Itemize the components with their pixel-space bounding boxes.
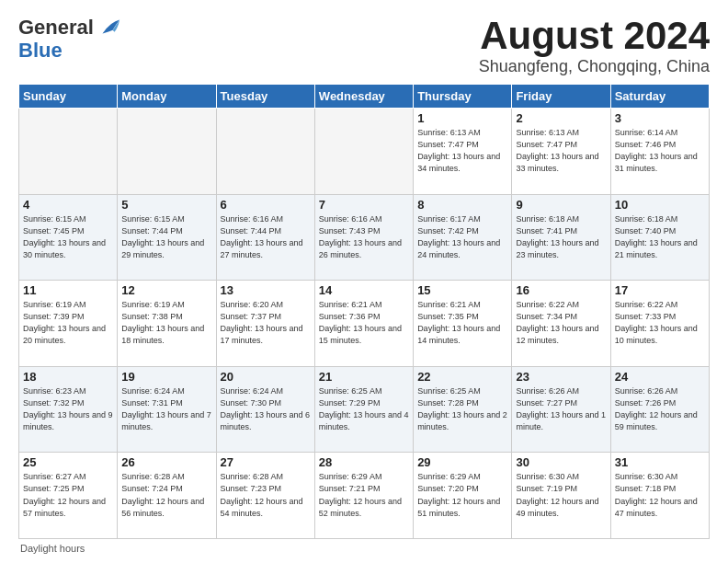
calendar-cell: 25 Sunrise: 6:27 AMSunset: 7:25 PMDaylig… (19, 453, 118, 539)
day-info: Sunrise: 6:13 AMSunset: 7:47 PMDaylight:… (516, 128, 598, 173)
day-info: Sunrise: 6:25 AMSunset: 7:28 PMDaylight:… (417, 386, 507, 431)
calendar-cell: 20 Sunrise: 6:24 AMSunset: 7:30 PMDaylig… (216, 366, 314, 453)
day-info: Sunrise: 6:15 AMSunset: 7:44 PMDaylight:… (121, 214, 204, 259)
day-number: 24 (615, 370, 705, 384)
calendar-cell: 18 Sunrise: 6:23 AMSunset: 7:32 PMDaylig… (19, 366, 118, 453)
logo-bird-icon (96, 15, 121, 40)
day-info: Sunrise: 6:13 AMSunset: 7:47 PMDaylight:… (417, 128, 500, 173)
weekday-header-saturday: Saturday (610, 85, 709, 109)
calendar-cell: 23 Sunrise: 6:26 AMSunset: 7:27 PMDaylig… (512, 366, 610, 453)
day-number: 8 (417, 198, 507, 212)
calendar-cell: 6 Sunrise: 6:16 AMSunset: 7:44 PMDayligh… (216, 194, 314, 281)
calendar-week-5: 25 Sunrise: 6:27 AMSunset: 7:25 PMDaylig… (19, 453, 710, 539)
day-number: 20 (221, 370, 311, 384)
calendar-cell: 31 Sunrise: 6:30 AMSunset: 7:18 PMDaylig… (610, 453, 709, 539)
day-number: 5 (121, 198, 211, 212)
page: General Blue August 2024 Shuangfeng, Cho… (0, 0, 728, 563)
calendar-cell: 28 Sunrise: 6:29 AMSunset: 7:21 PMDaylig… (314, 453, 413, 539)
day-number: 31 (615, 455, 705, 469)
logo: General Blue (18, 15, 121, 61)
calendar-cell: 15 Sunrise: 6:21 AMSunset: 7:35 PMDaylig… (414, 281, 512, 367)
calendar-cell: 3 Sunrise: 6:14 AMSunset: 7:46 PMDayligh… (610, 109, 709, 195)
day-info: Sunrise: 6:21 AMSunset: 7:35 PMDaylight:… (417, 300, 500, 345)
day-number: 12 (121, 283, 211, 297)
day-info: Sunrise: 6:22 AMSunset: 7:33 PMDaylight:… (615, 300, 698, 345)
weekday-header-wednesday: Wednesday (314, 85, 413, 109)
day-number: 14 (319, 283, 409, 297)
day-info: Sunrise: 6:24 AMSunset: 7:30 PMDaylight:… (221, 386, 311, 431)
day-number: 3 (615, 111, 705, 125)
day-number: 7 (319, 198, 409, 212)
weekday-header-thursday: Thursday (414, 85, 512, 109)
day-number: 11 (23, 283, 113, 297)
day-info: Sunrise: 6:17 AMSunset: 7:42 PMDaylight:… (417, 214, 500, 259)
day-number: 25 (23, 455, 113, 469)
logo-general-text: General (18, 17, 94, 38)
calendar-week-3: 11 Sunrise: 6:19 AMSunset: 7:39 PMDaylig… (19, 281, 710, 367)
day-number: 13 (221, 283, 311, 297)
day-info: Sunrise: 6:24 AMSunset: 7:31 PMDaylight:… (121, 386, 211, 431)
day-info: Sunrise: 6:16 AMSunset: 7:44 PMDaylight:… (221, 214, 303, 259)
calendar-cell: 29 Sunrise: 6:29 AMSunset: 7:20 PMDaylig… (414, 453, 512, 539)
calendar-cell: 27 Sunrise: 6:28 AMSunset: 7:23 PMDaylig… (216, 453, 314, 539)
day-number: 10 (615, 198, 705, 212)
location-title: Shuangfeng, Chongqing, China (479, 57, 710, 76)
day-number: 6 (221, 198, 311, 212)
day-info: Sunrise: 6:20 AMSunset: 7:37 PMDaylight:… (221, 300, 303, 345)
day-number: 19 (121, 370, 211, 384)
day-number: 4 (23, 198, 113, 212)
day-info: Sunrise: 6:25 AMSunset: 7:29 PMDaylight:… (319, 386, 409, 431)
calendar-week-2: 4 Sunrise: 6:15 AMSunset: 7:45 PMDayligh… (19, 194, 710, 281)
day-info: Sunrise: 6:19 AMSunset: 7:38 PMDaylight:… (121, 300, 204, 345)
calendar-cell (314, 109, 413, 195)
day-info: Sunrise: 6:16 AMSunset: 7:43 PMDaylight:… (319, 214, 402, 259)
day-number: 22 (417, 370, 507, 384)
day-info: Sunrise: 6:18 AMSunset: 7:40 PMDaylight:… (615, 214, 698, 259)
calendar-cell: 17 Sunrise: 6:22 AMSunset: 7:33 PMDaylig… (610, 281, 709, 367)
day-number: 29 (417, 455, 507, 469)
logo-blue-text: Blue (18, 39, 63, 62)
calendar-cell: 16 Sunrise: 6:22 AMSunset: 7:34 PMDaylig… (512, 281, 610, 367)
calendar-cell: 12 Sunrise: 6:19 AMSunset: 7:38 PMDaylig… (118, 281, 216, 367)
day-info: Sunrise: 6:28 AMSunset: 7:24 PMDaylight:… (121, 472, 204, 517)
header: General Blue August 2024 Shuangfeng, Cho… (18, 15, 710, 76)
day-info: Sunrise: 6:14 AMSunset: 7:46 PMDaylight:… (615, 128, 698, 173)
calendar-cell: 14 Sunrise: 6:21 AMSunset: 7:36 PMDaylig… (314, 281, 413, 367)
title-block: August 2024 Shuangfeng, Chongqing, China (479, 15, 710, 76)
calendar-cell: 30 Sunrise: 6:30 AMSunset: 7:19 PMDaylig… (512, 453, 610, 539)
day-info: Sunrise: 6:21 AMSunset: 7:36 PMDaylight:… (319, 300, 402, 345)
calendar-cell: 8 Sunrise: 6:17 AMSunset: 7:42 PMDayligh… (414, 194, 512, 281)
day-number: 27 (221, 455, 311, 469)
footer: Daylight hours (18, 543, 710, 554)
calendar-cell: 7 Sunrise: 6:16 AMSunset: 7:43 PMDayligh… (314, 194, 413, 281)
calendar-cell: 22 Sunrise: 6:25 AMSunset: 7:28 PMDaylig… (414, 366, 512, 453)
day-number: 18 (23, 370, 113, 384)
calendar-cell: 2 Sunrise: 6:13 AMSunset: 7:47 PMDayligh… (512, 109, 610, 195)
weekday-header-sunday: Sunday (19, 85, 118, 109)
day-info: Sunrise: 6:28 AMSunset: 7:23 PMDaylight:… (221, 472, 303, 517)
day-number: 23 (516, 370, 606, 384)
calendar-week-4: 18 Sunrise: 6:23 AMSunset: 7:32 PMDaylig… (19, 366, 710, 453)
daylight-label: Daylight hours (20, 543, 85, 554)
calendar-cell: 4 Sunrise: 6:15 AMSunset: 7:45 PMDayligh… (19, 194, 118, 281)
weekday-header-row: SundayMondayTuesdayWednesdayThursdayFrid… (19, 85, 710, 109)
calendar: SundayMondayTuesdayWednesdayThursdayFrid… (18, 84, 710, 539)
calendar-cell: 21 Sunrise: 6:25 AMSunset: 7:29 PMDaylig… (314, 366, 413, 453)
day-number: 2 (516, 111, 606, 125)
weekday-header-friday: Friday (512, 85, 610, 109)
day-number: 28 (319, 455, 409, 469)
day-info: Sunrise: 6:15 AMSunset: 7:45 PMDaylight:… (23, 214, 106, 259)
day-info: Sunrise: 6:29 AMSunset: 7:20 PMDaylight:… (417, 472, 500, 517)
day-number: 30 (516, 455, 606, 469)
calendar-cell: 5 Sunrise: 6:15 AMSunset: 7:44 PMDayligh… (118, 194, 216, 281)
calendar-cell: 13 Sunrise: 6:20 AMSunset: 7:37 PMDaylig… (216, 281, 314, 367)
calendar-week-1: 1 Sunrise: 6:13 AMSunset: 7:47 PMDayligh… (19, 109, 710, 195)
day-info: Sunrise: 6:26 AMSunset: 7:27 PMDaylight:… (516, 386, 606, 431)
day-info: Sunrise: 6:30 AMSunset: 7:19 PMDaylight:… (516, 472, 598, 517)
calendar-cell: 9 Sunrise: 6:18 AMSunset: 7:41 PMDayligh… (512, 194, 610, 281)
calendar-cell (19, 109, 118, 195)
calendar-cell: 26 Sunrise: 6:28 AMSunset: 7:24 PMDaylig… (118, 453, 216, 539)
calendar-cell (216, 109, 314, 195)
weekday-header-monday: Monday (118, 85, 216, 109)
day-number: 16 (516, 283, 606, 297)
